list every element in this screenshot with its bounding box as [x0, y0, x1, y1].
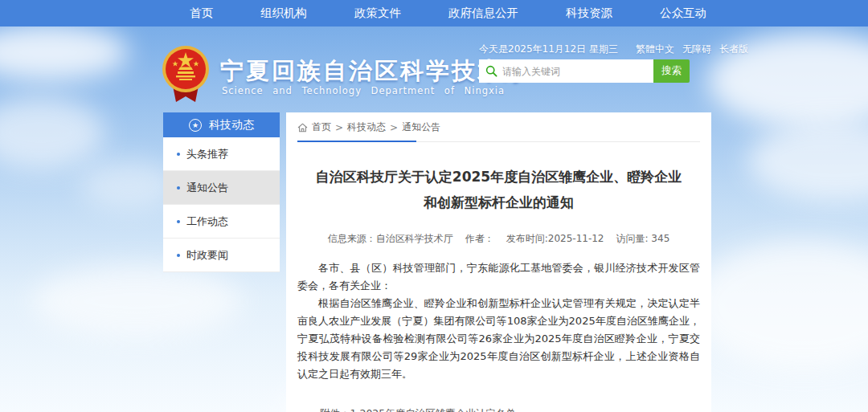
site-header: 宁夏回族自治区科学技术厅 Science and Technology Depa… — [0, 27, 868, 107]
breadcrumb: 首页 > 科技动态 > 通知公告 — [297, 120, 700, 134]
meta-publish-date: 发布时间:2025-11-12 — [506, 232, 604, 246]
national-emblem-logo — [160, 44, 211, 104]
meta-visit-count: 访问量: 345 — [616, 232, 670, 246]
search-icon — [485, 65, 497, 77]
bullet-icon — [177, 254, 180, 257]
bullet-icon — [177, 153, 180, 156]
sidebar-item-current-politics[interactable]: 时政要闻 — [163, 239, 280, 272]
breadcrumb-separator: > — [390, 122, 398, 133]
today-date-text: 今天是2025年11月12日 星期三 — [479, 43, 618, 56]
attachments-section: 附件： 1.2025年度自治区雏鹰企业认定名单 2.2025年度自治区瞪羚企业认… — [320, 406, 700, 412]
article-paragraph: 各市、县（区）科技管理部门，宁东能源化工基地管委会，银川经济技术开发区管委会，各… — [297, 259, 700, 295]
cloud-decoration — [691, 241, 868, 369]
main-content-panel: 首页 > 科技动态 > 通知公告 自治区科技厅关于认定2025年度自治区雏鹰企业… — [286, 112, 711, 412]
sidebar-item-label: 时政要闻 — [186, 248, 228, 263]
meta-source: 信息来源：自治区科学技术厅 — [328, 232, 453, 246]
search-bar: 搜索 — [479, 59, 690, 83]
article-paragraph: 根据自治区雏鹰企业、瞪羚企业和创新型标杆企业认定管理有关规定，决定认定半亩良人农… — [297, 295, 700, 383]
link-accessibility[interactable]: 无障碍 — [682, 43, 711, 56]
nav-item-organization[interactable]: 组织机构 — [256, 6, 312, 21]
nav-item-public-interaction[interactable]: 公众互动 — [655, 6, 711, 21]
nav-item-home[interactable]: 首页 — [185, 6, 218, 21]
sidebar-item-work-updates[interactable]: 工作动态 — [163, 205, 280, 239]
article-body: 各市、县（区）科技管理部门，宁东能源化工基地管委会，银川经济技术开发区管委会，各… — [297, 259, 700, 383]
sidebar-item-label: 头条推荐 — [186, 147, 228, 161]
breadcrumb-current-notices: 通知公告 — [402, 120, 440, 134]
sidebar-title: 科技动态 — [209, 118, 254, 133]
nav-item-policy-documents[interactable]: 政策文件 — [350, 6, 406, 21]
site-subtitle-en: Science and Technology Department of Nin… — [222, 85, 505, 96]
article-title-line1: 自治区科技厅关于认定2025年度自治区雏鹰企业、瞪羚企业 — [297, 164, 700, 190]
breadcrumb-separator: > — [335, 122, 343, 133]
cloud-decoration — [0, 96, 104, 169]
cloud-decoration — [80, 161, 177, 209]
breadcrumb-divider-accent — [297, 141, 416, 142]
cloud-decoration — [747, 120, 868, 201]
nav-item-gov-info-disclosure[interactable]: 政府信息公开 — [444, 6, 523, 21]
breadcrumb-home[interactable]: 首页 — [312, 120, 331, 134]
link-traditional-chinese[interactable]: 繁體中文 — [636, 43, 674, 56]
home-icon — [297, 123, 308, 133]
meta-author: 作者： — [465, 232, 494, 246]
article-title: 自治区科技厅关于认定2025年度自治区雏鹰企业、瞪羚企业 和创新型标杆企业的通知 — [297, 164, 700, 215]
compass-star-icon: ★ — [189, 119, 202, 132]
cloud-decoration — [32, 265, 241, 337]
bullet-icon — [177, 220, 180, 223]
sidebar-item-label: 通知公告 — [186, 181, 228, 195]
sidebar-tech-news: ★ 科技动态 头条推荐 通知公告 工作动态 时政要闻 — [163, 112, 280, 272]
sidebar-item-headlines[interactable]: 头条推荐 — [163, 137, 280, 171]
attachment-link-1[interactable]: 1.2025年度自治区雏鹰企业认定名单 — [350, 406, 547, 412]
sidebar-item-notices[interactable]: 通知公告 — [163, 171, 280, 205]
top-nav-bar: 首页 组织机构 政策文件 政府信息公开 科技资源 公众互动 — [0, 0, 868, 27]
sidebar-item-label: 工作动态 — [186, 214, 228, 229]
attachments-label: 附件： — [320, 406, 350, 412]
breadcrumb-tech-news[interactable]: 科技动态 — [347, 120, 386, 134]
search-input[interactable] — [502, 59, 653, 83]
bullet-icon — [177, 186, 180, 190]
search-button[interactable]: 搜索 — [653, 59, 690, 83]
article-meta: 信息来源：自治区科学技术厅 作者： 发布时间:2025-11-12 访问量: 3… — [297, 232, 700, 246]
link-senior-version[interactable]: 长者版 — [719, 43, 748, 56]
article-title-line2: 和创新型标杆企业的通知 — [297, 190, 700, 215]
sidebar-header: ★ 科技动态 — [163, 112, 280, 137]
nav-item-tech-resources[interactable]: 科技资源 — [561, 6, 617, 21]
breadcrumb-divider — [297, 141, 700, 142]
